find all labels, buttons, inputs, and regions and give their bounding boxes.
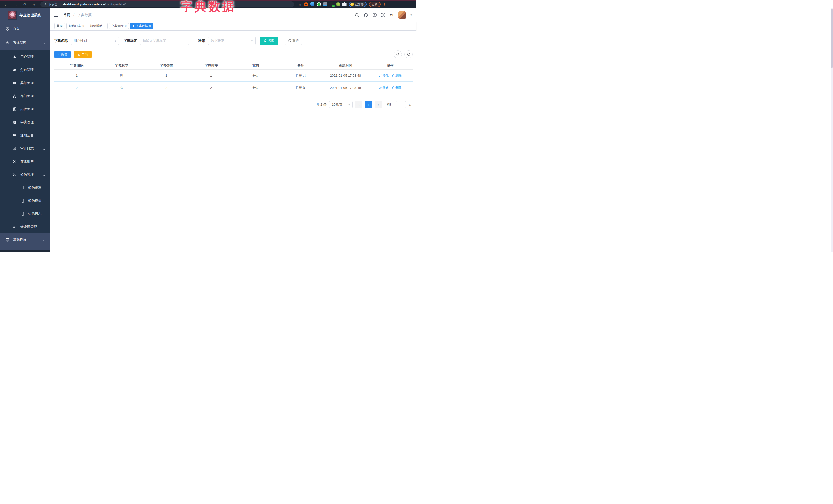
dict-tag-input[interactable]: 请输入字典标签: [140, 37, 189, 45]
sidebar-item-system[interactable]: 系统管理: [0, 35, 50, 50]
sidebar-scrollbar[interactable]: [0, 250, 50, 252]
delete-link[interactable]: 删除: [392, 86, 402, 90]
profile-paused-chip[interactable]: 已暂停: [349, 2, 366, 7]
current-page-button[interactable]: 1: [365, 101, 372, 108]
dict-name-select[interactable]: 用户性别 ▾: [71, 37, 119, 45]
tab-sms-template[interactable]: 短信模板 ×: [88, 23, 108, 29]
tab-home[interactable]: 首页: [54, 23, 65, 29]
font-size-icon[interactable]: ᴛT: [390, 13, 394, 17]
breadcrumb-home[interactable]: 首页: [63, 13, 70, 17]
bookmark-star-icon[interactable]: ☆: [298, 2, 302, 6]
browser-toolbar: ← → ↻ ⌂ ⚠ 不安全 | dashboard.yudao.iocoder.…: [0, 0, 416, 8]
sidebar-item-roles[interactable]: 角色管理: [0, 63, 50, 76]
sidebar-item-error-codes[interactable]: 错误码管理: [0, 220, 50, 233]
reset-button[interactable]: 重置: [285, 37, 302, 45]
phone-icon: [21, 212, 25, 216]
dict-name-label: 字典名称: [54, 39, 68, 43]
dictionary-book-icon: [13, 120, 17, 124]
extension-translate-icon[interactable]: [323, 2, 327, 6]
sidebar-item-sms-template[interactable]: 短信模板: [0, 194, 50, 207]
pagination: 共 2 条 10条/页 ▾ ‹ 1 › 前往 页: [50, 101, 412, 108]
extension-orange-icon[interactable]: [304, 2, 308, 6]
sidebar-item-home[interactable]: 首页: [0, 22, 50, 35]
page-size-select[interactable]: 10条/页 ▾: [329, 101, 353, 108]
add-button[interactable]: + 新增: [54, 51, 71, 58]
close-icon[interactable]: ×: [103, 24, 105, 28]
sidebar-item-users[interactable]: 用户管理: [0, 50, 50, 63]
table-row[interactable]: 2 女 2 2 开启 性别女 2021-01-05 17:03:48 修改 删除: [54, 82, 413, 94]
address-bar[interactable]: ⚠ 不安全 | dashboard.yudao.iocoder.cn /dict…: [41, 1, 294, 7]
extension-blue-gem-icon[interactable]: [310, 2, 314, 6]
pencil-icon: [379, 74, 382, 77]
github-icon[interactable]: [363, 13, 368, 18]
status-value: 开启: [234, 86, 278, 90]
prev-page-button[interactable]: ‹: [355, 101, 362, 108]
trash-icon: [392, 74, 395, 77]
edit-link[interactable]: 修改: [379, 86, 389, 90]
online-signal-icon: [13, 160, 17, 164]
extension-dark-icon[interactable]: on: [330, 2, 334, 6]
chevron-up-icon: [43, 42, 45, 46]
tags-view-bar: 首页 短信日志 × 短信模板 × 字典管理 × 字典数据 ×: [50, 22, 416, 30]
goto-page-input[interactable]: [396, 101, 406, 108]
sidebar-item-departments[interactable]: 部门管理: [0, 90, 50, 102]
breadcrumb-separator: /: [73, 13, 74, 17]
close-icon[interactable]: ×: [125, 24, 127, 28]
extension-green-leaf-icon[interactable]: [336, 2, 340, 6]
toggle-search-icon-button[interactable]: [394, 50, 402, 58]
chevron-down-icon: [43, 147, 45, 151]
dict-tag-label: 字典标签: [123, 39, 137, 43]
tab-dict-manage[interactable]: 字典管理 ×: [109, 23, 129, 29]
extensions-puzzle-icon[interactable]: [342, 2, 347, 6]
extension-green-check-icon[interactable]: [317, 2, 321, 6]
table-row[interactable]: 1 男 1 1 开启 性别男 2021-01-05 17:03:48 修改 删除: [54, 70, 413, 82]
forward-icon[interactable]: →: [12, 2, 19, 7]
sidebar-item-dict[interactable]: 字典管理: [0, 116, 50, 129]
filter-form: 字典名称 用户性别 ▾ 字典标签 请输入字典标签 状态 数据状态 ▾ 搜索 重置: [54, 37, 416, 45]
next-page-button[interactable]: ›: [375, 101, 382, 108]
sidebar-item-sms-channel[interactable]: 短信渠道: [0, 181, 50, 194]
export-button[interactable]: 导出: [74, 51, 92, 58]
home-icon[interactable]: ⌂: [31, 2, 37, 7]
col-header: 字典编码: [54, 63, 99, 68]
col-header: 字典标签: [99, 63, 144, 68]
caret-down-icon: ▾: [348, 103, 350, 106]
delete-link[interactable]: 删除: [392, 73, 402, 78]
col-header: 备注: [278, 63, 323, 68]
sidebar-item-posts[interactable]: 岗位管理: [0, 102, 50, 116]
goto-label: 前往: [386, 102, 393, 107]
tab-dict-data-active[interactable]: 字典数据 ×: [130, 23, 153, 29]
refresh-table-icon-button[interactable]: [404, 50, 413, 58]
edit-link[interactable]: 修改: [379, 73, 389, 78]
avatar[interactable]: [398, 11, 406, 19]
sidebar-item-sms-log[interactable]: 短信日志: [0, 207, 50, 220]
tab-sms-log[interactable]: 短信日志 ×: [66, 23, 86, 29]
browser-update-button[interactable]: 更新: [369, 2, 381, 7]
status-select[interactable]: 数据状态 ▾: [208, 37, 256, 45]
active-dot-icon: [133, 25, 134, 27]
fullscreen-icon[interactable]: [381, 13, 385, 17]
sidebar-item-sms[interactable]: 短信管理: [0, 168, 50, 181]
browser-menu-icon[interactable]: ⋮: [383, 3, 386, 6]
sidebar-item-audit-log[interactable]: 审计日志: [0, 142, 50, 155]
col-header: 创建时间: [323, 63, 368, 68]
caret-down-icon: ▾: [251, 39, 253, 43]
help-icon[interactable]: ?: [373, 13, 377, 17]
id-badge-icon: [13, 107, 17, 111]
collapse-sidebar-icon[interactable]: [54, 13, 58, 18]
reload-icon[interactable]: ↻: [22, 2, 28, 7]
app-logo[interactable]: 芋道管理系统: [0, 8, 50, 22]
search-button[interactable]: 搜索: [260, 37, 278, 45]
search-icon[interactable]: [355, 13, 359, 17]
sidebar-item-online-users[interactable]: 在线用户: [0, 155, 50, 168]
page-unit-label: 页: [408, 102, 412, 107]
user-menu-caret-icon[interactable]: ▾: [410, 13, 412, 17]
sidebar-item-notice[interactable]: 通知公告: [0, 129, 50, 142]
close-icon[interactable]: ×: [149, 24, 151, 28]
sidebar-item-menus[interactable]: 菜单管理: [0, 76, 50, 90]
sidebar-item-infrastructure[interactable]: 基础设施: [0, 233, 50, 246]
menu-list-icon: [13, 81, 17, 85]
back-icon[interactable]: ←: [3, 2, 9, 7]
monitor-chart-icon: [5, 238, 9, 242]
close-icon[interactable]: ×: [82, 24, 84, 28]
